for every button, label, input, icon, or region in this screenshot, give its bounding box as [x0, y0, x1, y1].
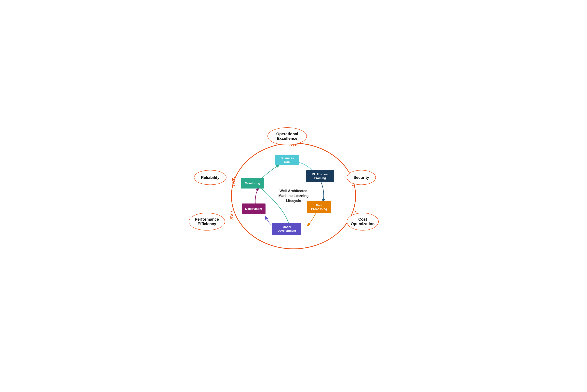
step-ml-problem-framing: ML ProblemFraming — [306, 170, 334, 182]
svg-line-8 — [232, 178, 235, 179]
svg-line-18 — [352, 184, 355, 186]
svg-line-20 — [230, 211, 233, 212]
svg-line-9 — [232, 180, 235, 182]
pillar-reliability: Reliability — [194, 170, 226, 185]
pillar-cost-optimization: CostOptimization — [347, 213, 379, 230]
diagram-container: Well-ArchitectedMachine LearningLifecycl… — [205, 135, 382, 257]
step-data-processing: DataProcessing — [307, 201, 331, 213]
svg-line-12 — [232, 184, 235, 186]
step-model-development: ModelDevelopment — [272, 222, 301, 235]
pillar-performance-efficiency: PerformanceEfficiency — [189, 213, 225, 230]
pillar-operational-excellence: OperationalExcellence — [267, 128, 307, 145]
diagram-center-title: Well-ArchitectedMachine LearningLifecycl… — [278, 188, 308, 204]
pillar-security: Security — [347, 170, 376, 185]
svg-line-26 — [354, 211, 357, 212]
step-monitoring: Monitoring — [241, 178, 264, 188]
step-deployment: Deployment — [242, 204, 265, 214]
svg-line-23 — [230, 215, 233, 216]
step-business-goal: BusinessGoal — [275, 154, 299, 165]
svg-line-11 — [232, 182, 235, 183]
svg-line-24 — [230, 218, 233, 219]
svg-line-21 — [230, 214, 233, 215]
